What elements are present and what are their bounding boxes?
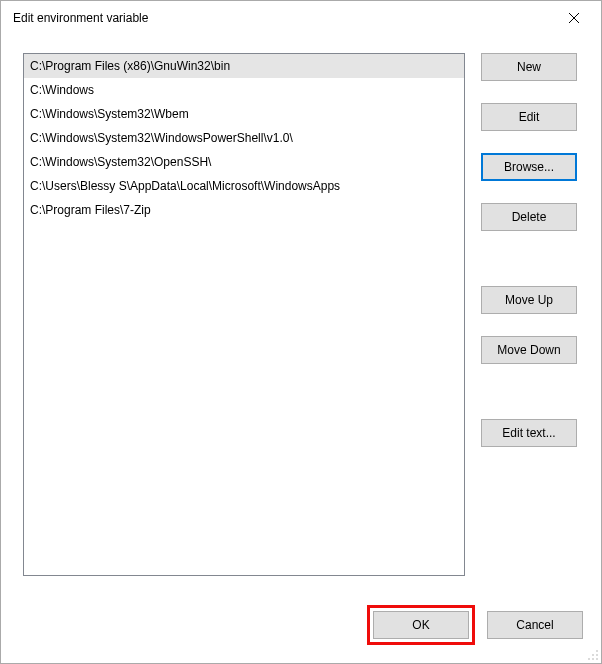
dialog-content: C:\Program Files (x86)\GnuWin32\binC:\Wi… [1,35,601,591]
browse-button[interactable]: Browse... [481,153,577,181]
svg-point-5 [588,658,590,660]
svg-point-2 [596,650,598,652]
list-item[interactable]: C:\Windows\System32\OpenSSH\ [24,150,464,174]
list-item[interactable]: C:\Windows\System32\Wbem [24,102,464,126]
titlebar: Edit environment variable [1,1,601,35]
ok-button[interactable]: OK [373,611,469,639]
move-down-button[interactable]: Move Down [481,336,577,364]
svg-point-7 [596,658,598,660]
list-item[interactable]: C:\Windows\System32\WindowsPowerShell\v1… [24,126,464,150]
list-item[interactable]: C:\Windows [24,78,464,102]
svg-point-3 [592,654,594,656]
list-item[interactable]: C:\Program Files (x86)\GnuWin32\bin [24,54,464,78]
edit-text-button[interactable]: Edit text... [481,419,577,447]
cancel-button[interactable]: Cancel [487,611,583,639]
new-button[interactable]: New [481,53,577,81]
dialog-footer: OK Cancel [1,591,601,663]
edit-env-dialog: Edit environment variable C:\Program Fil… [0,0,602,664]
edit-button[interactable]: Edit [481,103,577,131]
button-sidebar: New Edit Browse... Delete Move Up Move D… [481,53,577,591]
ok-highlight-box: OK [367,605,475,645]
svg-point-4 [596,654,598,656]
close-button[interactable] [551,3,597,33]
svg-point-6 [592,658,594,660]
path-listbox[interactable]: C:\Program Files (x86)\GnuWin32\binC:\Wi… [23,53,465,576]
list-item[interactable]: C:\Users\Blessy S\AppData\Local\Microsof… [24,174,464,198]
resize-grip-icon[interactable] [587,649,599,661]
close-icon [569,13,579,23]
list-item[interactable]: C:\Program Files\7-Zip [24,198,464,222]
delete-button[interactable]: Delete [481,203,577,231]
move-up-button[interactable]: Move Up [481,286,577,314]
dialog-title: Edit environment variable [13,11,551,25]
